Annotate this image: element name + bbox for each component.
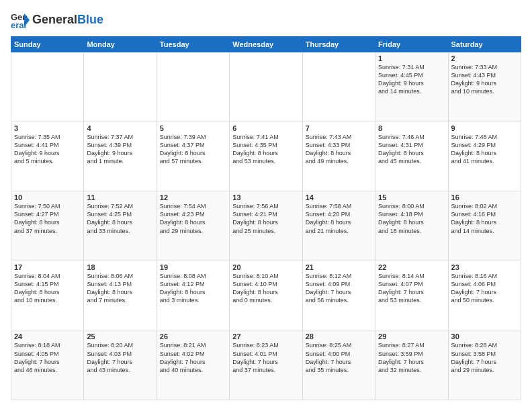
calendar-cell: 26Sunrise: 8:21 AM Sunset: 4:02 PM Dayli… bbox=[157, 330, 229, 400]
day-info: Sunrise: 8:10 AM Sunset: 4:10 PM Dayligh… bbox=[232, 272, 299, 305]
day-number: 30 bbox=[451, 332, 518, 340]
day-info: Sunrise: 8:06 AM Sunset: 4:13 PM Dayligh… bbox=[87, 272, 153, 305]
calendar-cell: 9Sunrise: 7:48 AM Sunset: 4:29 PM Daylig… bbox=[448, 122, 521, 191]
weekday-friday: Friday bbox=[375, 37, 448, 52]
calendar-cell: 20Sunrise: 8:10 AM Sunset: 4:10 PM Dayli… bbox=[230, 261, 302, 330]
calendar-row-2: 3Sunrise: 7:35 AM Sunset: 4:41 PM Daylig… bbox=[11, 122, 521, 191]
day-info: Sunrise: 8:28 AM Sunset: 3:58 PM Dayligh… bbox=[451, 341, 518, 374]
day-info: Sunrise: 7:31 AM Sunset: 4:45 PM Dayligh… bbox=[378, 63, 445, 96]
day-info: Sunrise: 7:41 AM Sunset: 4:35 PM Dayligh… bbox=[232, 133, 299, 166]
calendar-row-4: 17Sunrise: 8:04 AM Sunset: 4:15 PM Dayli… bbox=[11, 261, 521, 330]
calendar-cell bbox=[302, 52, 375, 122]
logo-icon: Gen eral bbox=[11, 11, 30, 30]
calendar: SundayMondayTuesdayWednesdayThursdayFrid… bbox=[11, 36, 521, 400]
weekday-sunday: Sunday bbox=[11, 37, 84, 52]
calendar-cell bbox=[11, 52, 84, 122]
calendar-cell: 27Sunrise: 8:23 AM Sunset: 4:01 PM Dayli… bbox=[230, 330, 302, 400]
day-info: Sunrise: 8:00 AM Sunset: 4:18 PM Dayligh… bbox=[378, 202, 445, 235]
weekday-header-row: SundayMondayTuesdayWednesdayThursdayFrid… bbox=[11, 37, 521, 52]
day-number: 7 bbox=[306, 124, 372, 132]
day-info: Sunrise: 8:18 AM Sunset: 4:05 PM Dayligh… bbox=[14, 341, 81, 374]
calendar-cell: 7Sunrise: 7:43 AM Sunset: 4:33 PM Daylig… bbox=[302, 122, 375, 191]
day-info: Sunrise: 8:02 AM Sunset: 4:16 PM Dayligh… bbox=[451, 202, 518, 235]
day-info: Sunrise: 8:16 AM Sunset: 4:06 PM Dayligh… bbox=[451, 272, 518, 305]
calendar-row-1: 1Sunrise: 7:31 AM Sunset: 4:45 PM Daylig… bbox=[11, 52, 521, 122]
calendar-cell: 14Sunrise: 7:58 AM Sunset: 4:20 PM Dayli… bbox=[302, 191, 375, 261]
calendar-cell: 11Sunrise: 7:52 AM Sunset: 4:25 PM Dayli… bbox=[84, 191, 157, 261]
calendar-cell: 8Sunrise: 7:46 AM Sunset: 4:31 PM Daylig… bbox=[375, 122, 448, 191]
calendar-cell: 16Sunrise: 8:02 AM Sunset: 4:16 PM Dayli… bbox=[448, 191, 521, 261]
calendar-cell: 30Sunrise: 8:28 AM Sunset: 3:58 PM Dayli… bbox=[448, 330, 521, 400]
svg-text:eral: eral bbox=[11, 20, 26, 30]
day-info: Sunrise: 7:35 AM Sunset: 4:41 PM Dayligh… bbox=[14, 133, 81, 166]
calendar-cell: 28Sunrise: 8:25 AM Sunset: 4:00 PM Dayli… bbox=[302, 330, 375, 400]
calendar-cell: 23Sunrise: 8:16 AM Sunset: 4:06 PM Dayli… bbox=[448, 261, 521, 330]
day-info: Sunrise: 7:52 AM Sunset: 4:25 PM Dayligh… bbox=[87, 202, 153, 235]
day-number: 1 bbox=[378, 54, 445, 62]
day-number: 16 bbox=[451, 193, 518, 201]
calendar-cell: 24Sunrise: 8:18 AM Sunset: 4:05 PM Dayli… bbox=[11, 330, 84, 400]
calendar-cell: 3Sunrise: 7:35 AM Sunset: 4:41 PM Daylig… bbox=[11, 122, 84, 191]
day-info: Sunrise: 8:21 AM Sunset: 4:02 PM Dayligh… bbox=[160, 341, 226, 374]
day-number: 5 bbox=[160, 124, 226, 132]
calendar-cell: 1Sunrise: 7:31 AM Sunset: 4:45 PM Daylig… bbox=[375, 52, 448, 122]
day-number: 22 bbox=[378, 263, 445, 271]
calendar-cell: 15Sunrise: 8:00 AM Sunset: 4:18 PM Dayli… bbox=[375, 191, 448, 261]
day-number: 21 bbox=[306, 263, 372, 271]
page-header: Gen eral GeneralBlue bbox=[11, 11, 521, 30]
day-number: 29 bbox=[378, 332, 445, 340]
day-number: 15 bbox=[378, 193, 445, 201]
day-number: 28 bbox=[306, 332, 372, 340]
day-info: Sunrise: 8:04 AM Sunset: 4:15 PM Dayligh… bbox=[14, 272, 81, 305]
day-number: 23 bbox=[451, 263, 518, 271]
day-number: 19 bbox=[160, 263, 226, 271]
calendar-cell: 13Sunrise: 7:56 AM Sunset: 4:21 PM Dayli… bbox=[230, 191, 302, 261]
calendar-cell: 10Sunrise: 7:50 AM Sunset: 4:27 PM Dayli… bbox=[11, 191, 84, 261]
calendar-cell bbox=[230, 52, 302, 122]
calendar-cell: 2Sunrise: 7:33 AM Sunset: 4:43 PM Daylig… bbox=[448, 52, 521, 122]
day-number: 11 bbox=[87, 193, 153, 201]
calendar-cell: 5Sunrise: 7:39 AM Sunset: 4:37 PM Daylig… bbox=[157, 122, 229, 191]
weekday-saturday: Saturday bbox=[448, 37, 521, 52]
calendar-cell: 18Sunrise: 8:06 AM Sunset: 4:13 PM Dayli… bbox=[84, 261, 157, 330]
day-info: Sunrise: 8:14 AM Sunset: 4:07 PM Dayligh… bbox=[378, 272, 445, 305]
day-number: 8 bbox=[378, 124, 445, 132]
calendar-row-5: 24Sunrise: 8:18 AM Sunset: 4:05 PM Dayli… bbox=[11, 330, 521, 400]
day-info: Sunrise: 8:25 AM Sunset: 4:00 PM Dayligh… bbox=[306, 341, 372, 374]
day-number: 4 bbox=[87, 124, 153, 132]
calendar-cell bbox=[157, 52, 229, 122]
logo-text: GeneralBlue bbox=[32, 13, 103, 27]
day-number: 20 bbox=[232, 263, 299, 271]
day-number: 9 bbox=[451, 124, 518, 132]
calendar-cell: 4Sunrise: 7:37 AM Sunset: 4:39 PM Daylig… bbox=[84, 122, 157, 191]
calendar-cell bbox=[84, 52, 157, 122]
day-info: Sunrise: 7:54 AM Sunset: 4:23 PM Dayligh… bbox=[160, 202, 226, 235]
calendar-cell: 17Sunrise: 8:04 AM Sunset: 4:15 PM Dayli… bbox=[11, 261, 84, 330]
day-number: 26 bbox=[160, 332, 226, 340]
day-info: Sunrise: 7:46 AM Sunset: 4:31 PM Dayligh… bbox=[378, 133, 445, 166]
day-info: Sunrise: 8:23 AM Sunset: 4:01 PM Dayligh… bbox=[232, 341, 299, 374]
calendar-cell: 21Sunrise: 8:12 AM Sunset: 4:09 PM Dayli… bbox=[302, 261, 375, 330]
calendar-cell: 29Sunrise: 8:27 AM Sunset: 3:59 PM Dayli… bbox=[375, 330, 448, 400]
calendar-cell: 6Sunrise: 7:41 AM Sunset: 4:35 PM Daylig… bbox=[230, 122, 302, 191]
calendar-cell: 25Sunrise: 8:20 AM Sunset: 4:03 PM Dayli… bbox=[84, 330, 157, 400]
day-number: 14 bbox=[306, 193, 372, 201]
weekday-monday: Monday bbox=[84, 37, 157, 52]
day-info: Sunrise: 7:33 AM Sunset: 4:43 PM Dayligh… bbox=[451, 63, 518, 96]
day-number: 6 bbox=[232, 124, 299, 132]
day-info: Sunrise: 7:58 AM Sunset: 4:20 PM Dayligh… bbox=[306, 202, 372, 235]
day-number: 25 bbox=[87, 332, 153, 340]
day-number: 17 bbox=[14, 263, 81, 271]
day-info: Sunrise: 7:50 AM Sunset: 4:27 PM Dayligh… bbox=[14, 202, 81, 235]
logo: Gen eral GeneralBlue bbox=[11, 11, 103, 30]
calendar-table: SundayMondayTuesdayWednesdayThursdayFrid… bbox=[11, 36, 521, 400]
day-number: 10 bbox=[14, 193, 81, 201]
weekday-tuesday: Tuesday bbox=[157, 37, 229, 52]
day-info: Sunrise: 8:27 AM Sunset: 3:59 PM Dayligh… bbox=[378, 341, 445, 374]
day-info: Sunrise: 7:56 AM Sunset: 4:21 PM Dayligh… bbox=[232, 202, 299, 235]
day-number: 3 bbox=[14, 124, 81, 132]
day-info: Sunrise: 7:43 AM Sunset: 4:33 PM Dayligh… bbox=[306, 133, 372, 166]
day-number: 24 bbox=[14, 332, 81, 340]
calendar-cell: 19Sunrise: 8:08 AM Sunset: 4:12 PM Dayli… bbox=[157, 261, 229, 330]
day-number: 12 bbox=[160, 193, 226, 201]
